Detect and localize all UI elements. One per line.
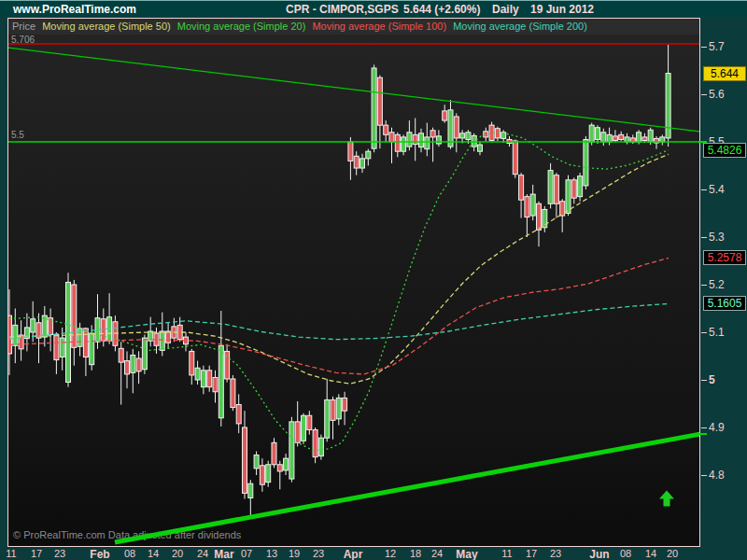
candle[interactable] — [8, 289, 12, 375]
candle[interactable] — [343, 392, 347, 426]
candle[interactable] — [554, 173, 558, 217]
candle[interactable] — [430, 128, 435, 162]
candle[interactable] — [42, 306, 47, 346]
candle[interactable] — [295, 401, 300, 446]
candle[interactable] — [489, 122, 494, 142]
candle[interactable] — [284, 454, 289, 475]
candle[interactable] — [236, 394, 241, 433]
candle[interactable] — [407, 120, 412, 150]
candle[interactable] — [142, 335, 147, 374]
legend-ma20[interactable]: Moving average (Simple 20) — [177, 21, 306, 32]
candle[interactable] — [372, 64, 376, 152]
candle[interactable] — [519, 173, 524, 217]
candle[interactable] — [248, 480, 253, 517]
candle[interactable] — [302, 413, 306, 444]
candle[interactable] — [213, 371, 218, 403]
legend-ma200[interactable]: Moving average (Simple 200) — [453, 21, 587, 32]
candle[interactable] — [125, 351, 130, 388]
legend-ma100[interactable]: Moving average (Simple 100) — [312, 21, 446, 32]
candle[interactable] — [107, 293, 112, 344]
candle[interactable] — [225, 344, 230, 383]
candle[interactable] — [277, 461, 282, 490]
candle[interactable] — [543, 206, 547, 232]
candle[interactable] — [218, 311, 223, 427]
candle[interactable] — [72, 280, 77, 366]
candle[interactable] — [613, 130, 617, 142]
candle[interactable] — [90, 325, 94, 370]
candle[interactable] — [184, 332, 189, 351]
candle[interactable] — [419, 129, 424, 153]
candle[interactable] — [478, 142, 483, 155]
candle[interactable] — [660, 134, 665, 145]
candle[interactable] — [36, 314, 41, 364]
candle[interactable] — [384, 120, 388, 142]
candle[interactable] — [136, 351, 141, 384]
candle[interactable] — [584, 136, 588, 189]
candle[interactable] — [331, 397, 335, 440]
candle[interactable] — [119, 342, 123, 404]
ascending-trendline[interactable] — [115, 434, 699, 542]
candle[interactable] — [601, 129, 606, 146]
candle[interactable] — [560, 199, 565, 232]
candle[interactable] — [578, 173, 583, 202]
candle[interactable] — [313, 427, 317, 463]
candle[interactable] — [166, 323, 171, 349]
candle[interactable] — [425, 123, 430, 157]
candle[interactable] — [24, 314, 29, 352]
candle[interactable] — [66, 273, 71, 386]
candle[interactable] — [402, 134, 406, 155]
candle[interactable] — [596, 125, 600, 144]
candle[interactable] — [513, 139, 517, 177]
candle[interactable] — [501, 130, 506, 143]
candle[interactable] — [395, 133, 400, 158]
candle[interactable] — [54, 332, 59, 374]
candle[interactable] — [436, 130, 441, 147]
candle[interactable] — [19, 320, 23, 360]
candle[interactable] — [160, 313, 164, 357]
candle[interactable] — [537, 202, 542, 246]
candle[interactable] — [443, 105, 447, 122]
candle[interactable] — [190, 349, 194, 385]
legend-price[interactable]: Price — [12, 21, 35, 32]
legend-ma50[interactable]: Moving average (Simple 50) — [42, 21, 171, 32]
up-arrow-icon[interactable] — [659, 491, 674, 507]
candle[interactable] — [530, 185, 535, 220]
candle[interactable] — [354, 151, 359, 175]
candle[interactable] — [366, 149, 371, 166]
descending-trendline[interactable] — [8, 48, 699, 132]
candle[interactable] — [266, 461, 271, 487]
candle[interactable] — [454, 113, 458, 152]
candle[interactable] — [348, 137, 353, 180]
candle[interactable] — [307, 411, 312, 435]
date-axis[interactable]: 111723Feb08142024Mar07131923Apr121824May… — [0, 547, 747, 560]
candle[interactable] — [201, 366, 205, 395]
candle[interactable] — [49, 309, 53, 352]
candle[interactable] — [484, 128, 488, 141]
site-link[interactable]: www.ProRealTime.com — [13, 3, 136, 16]
candle[interactable] — [666, 45, 670, 147]
candle[interactable] — [495, 127, 500, 141]
candle[interactable] — [318, 435, 323, 460]
candle[interactable] — [231, 375, 235, 411]
candle[interactable] — [389, 128, 394, 163]
candle[interactable] — [325, 379, 330, 441]
plot-canvas[interactable]: © ProRealTime.com Data adjusted after di… — [8, 35, 699, 546]
price-axis[interactable]: 5.75.65.55.45.35.25.154.94.85.6445.48265… — [701, 18, 747, 547]
candle[interactable] — [619, 132, 624, 141]
candle[interactable] — [548, 163, 553, 208]
candle[interactable] — [625, 133, 629, 145]
candle[interactable] — [13, 309, 18, 364]
candle[interactable] — [195, 361, 200, 385]
ma100-line[interactable] — [9, 258, 669, 374]
candle[interactable] — [272, 438, 276, 468]
candle[interactable] — [207, 366, 212, 392]
candle[interactable] — [243, 411, 247, 498]
candle[interactable] — [131, 349, 135, 393]
candle[interactable] — [336, 394, 341, 425]
candle[interactable] — [360, 154, 365, 173]
candle[interactable] — [254, 452, 259, 476]
candle[interactable] — [566, 175, 571, 216]
candle[interactable] — [377, 76, 382, 149]
candle[interactable] — [413, 119, 417, 161]
candle[interactable] — [571, 177, 576, 203]
